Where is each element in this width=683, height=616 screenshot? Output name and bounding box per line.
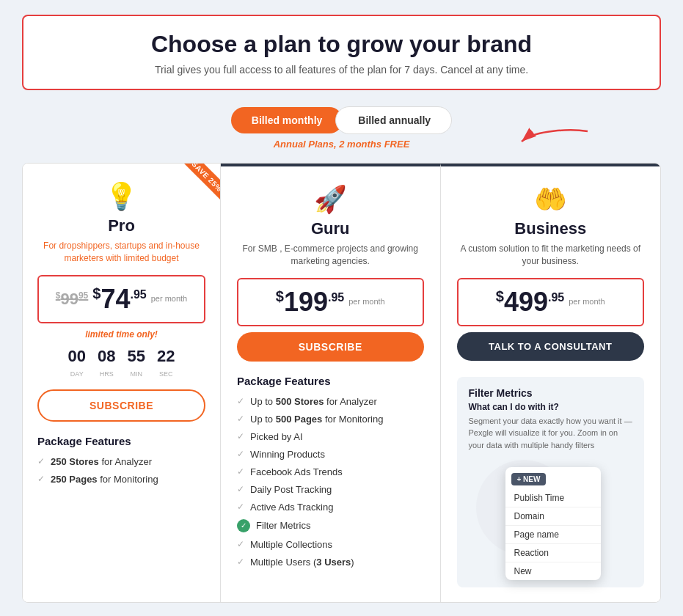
- page-title: Choose a plan to grow your brand: [53, 31, 630, 58]
- filter-metrics-question: What can I do with it?: [469, 402, 633, 412]
- business-price-box: $499.95 per month: [457, 278, 645, 326]
- guru-feature-9: ✓ Multiple Collections: [237, 539, 424, 550]
- guru-plan-name: Guru: [237, 219, 424, 238]
- plan-pro: SAVE 25% 💡 Pro For dropshippers, startup…: [23, 164, 221, 602]
- guru-feat-text-7: Active Ads Tracking: [250, 502, 333, 513]
- dropdown-item-reaction[interactable]: Reaction: [505, 544, 601, 562]
- plans-grid: SAVE 25% 💡 Pro For dropshippers, startup…: [22, 163, 661, 603]
- guru-subscribe-button[interactable]: SUBSCRIBE: [237, 332, 424, 362]
- guru-feature-1: ✓ Up to 500 Stores for Analyzer: [237, 396, 424, 407]
- business-price: $499.95: [496, 287, 564, 318]
- guru-feat-text-1: Up to 500 Stores for Analyzer: [250, 396, 377, 407]
- pro-price-old: $9995: [56, 290, 89, 309]
- guru-feature-2: ✓ Up to 500 Pages for Monitoring: [237, 414, 424, 425]
- filter-metrics-desc: Segment your data exactly how you want i…: [469, 415, 633, 452]
- check-icon-g4: ✓: [237, 449, 244, 459]
- page-wrapper: Choose a plan to grow your brand Trial g…: [0, 0, 683, 616]
- annual-label-row: Annual Plans, 2 months FREE: [22, 139, 661, 150]
- pro-price-new: $74.95: [92, 284, 146, 315]
- dropdown-new-row: + NEW: [505, 467, 601, 489]
- guru-feature-4: ✓ Winning Products: [237, 449, 424, 460]
- dropdown-item-new[interactable]: New: [505, 562, 601, 580]
- business-plan-desc: A custom solution to fit the marketing n…: [457, 243, 645, 268]
- guru-feature-8[interactable]: ✓ Filter Metrics: [237, 519, 424, 532]
- guru-feat-text-10: Multiple Users (3 Users): [250, 557, 354, 568]
- check-icon-g7: ✓: [237, 502, 244, 512]
- plan-business: 🤲 Business A custom solution to fit the …: [441, 164, 661, 602]
- guru-features-title: Package Features: [237, 375, 424, 387]
- guru-feat-text-2: Up to 500 Pages for Monitoring: [250, 414, 383, 425]
- pro-feature-1: ✓ 250 Stores for Analyzer: [37, 456, 205, 467]
- guru-feat-text-4: Winning Products: [250, 449, 325, 460]
- guru-price-box: $199.95 per month: [237, 278, 424, 326]
- header-subtitle: Trial gives you full access to all featu…: [53, 64, 630, 76]
- check-icon-1: ✓: [37, 456, 45, 466]
- guru-feature-10: ✓ Multiple Users (3 Users): [237, 557, 424, 568]
- pro-price-box: $9995 $74.95 per month: [37, 275, 205, 323]
- guru-feat-text-8: Filter Metrics: [256, 520, 310, 531]
- guru-feature-7: ✓ Active Ads Tracking: [237, 502, 424, 513]
- pro-features-title: Package Features: [37, 435, 205, 447]
- guru-feat-text-3: Picked by AI: [250, 431, 303, 442]
- guru-feature-3: ✓ Picked by AI: [237, 431, 424, 442]
- guru-feat-text-9: Multiple Collections: [250, 539, 332, 550]
- countdown-hrs: 08 HRS: [98, 347, 115, 379]
- guru-feature-5: ✓ Facebook Ads Trends: [237, 466, 424, 477]
- business-icon: 🤲: [457, 184, 645, 215]
- plan-guru: 🚀 Guru For SMB , E-commerce projects and…: [221, 164, 441, 602]
- pro-plan-desc: For dropshippers, startups and in-house …: [37, 240, 205, 265]
- billing-monthly-button[interactable]: Billed monthly: [231, 107, 343, 133]
- save-badge-container: SAVE 25%: [167, 164, 220, 216]
- business-cta-button[interactable]: TALK TO A CONSULTANT: [457, 332, 645, 361]
- guru-feat-text-5: Facebook Ads Trends: [250, 466, 343, 477]
- guru-feature-6: ✓ Daily Post Tracking: [237, 484, 424, 495]
- countdown-min: 55 MIN: [128, 347, 145, 379]
- business-plan-name: Business: [457, 219, 645, 238]
- save-badge: SAVE 25%: [181, 164, 220, 202]
- dropdown-item-publish[interactable]: Publish Time: [505, 489, 601, 507]
- check-icon-g9: ✓: [237, 539, 244, 549]
- check-icon-g1: ✓: [237, 396, 244, 406]
- filter-metrics-title: Filter Metrics: [469, 387, 633, 399]
- guru-price: $199.95: [276, 287, 344, 318]
- check-icon-g8-green: ✓: [237, 519, 250, 532]
- annual-promo-label: Annual Plans, 2 months FREE: [274, 139, 410, 150]
- limited-time-label: limited time only!: [37, 329, 205, 340]
- guru-feat-text-6: Daily Post Tracking: [250, 484, 332, 495]
- pro-price-per: per month: [151, 294, 188, 304]
- dropdown-item-pagename[interactable]: Page name: [505, 526, 601, 544]
- business-price-per: per month: [569, 297, 605, 307]
- countdown-days: 00 DAY: [68, 347, 86, 379]
- dropdown-preview-area: + NEW Publish Time Domain Page name Reac…: [469, 460, 633, 577]
- check-icon-2: ✓: [37, 474, 45, 484]
- check-icon-g6: ✓: [237, 484, 244, 494]
- filter-metrics-box: Filter Metrics What can I do with it? Se…: [457, 377, 645, 588]
- pro-feature-text-1: 250 Stores for Analyzer: [51, 456, 152, 467]
- dropdown-item-domain[interactable]: Domain: [505, 507, 601, 526]
- arrow-annotation: [514, 125, 602, 155]
- new-button[interactable]: + NEW: [511, 473, 547, 485]
- check-icon-g10: ✓: [237, 557, 244, 567]
- countdown-timer: 00 DAY 08 HRS 55 MIN 22 SEC: [37, 347, 205, 379]
- dropdown-menu: + NEW Publish Time Domain Page name Reac…: [505, 467, 601, 580]
- pro-plan-name: Pro: [37, 216, 205, 235]
- check-icon-g3: ✓: [237, 431, 244, 441]
- check-icon-g2: ✓: [237, 414, 244, 424]
- pro-feature-text-2: 250 Pages for Monitoring: [51, 474, 158, 485]
- pro-subscribe-button[interactable]: SUBSCRIBE: [37, 389, 205, 422]
- header-box: Choose a plan to grow your brand Trial g…: [22, 15, 661, 90]
- guru-plan-desc: For SMB , E-commerce projects and growin…: [237, 243, 424, 268]
- guru-price-per: per month: [348, 297, 385, 307]
- countdown-sec: 22 SEC: [157, 347, 175, 379]
- guru-icon: 🚀: [237, 184, 424, 215]
- billing-annually-button[interactable]: Billed annually: [335, 106, 452, 134]
- pro-feature-2: ✓ 250 Pages for Monitoring: [37, 474, 205, 485]
- check-icon-g5: ✓: [237, 466, 244, 477]
